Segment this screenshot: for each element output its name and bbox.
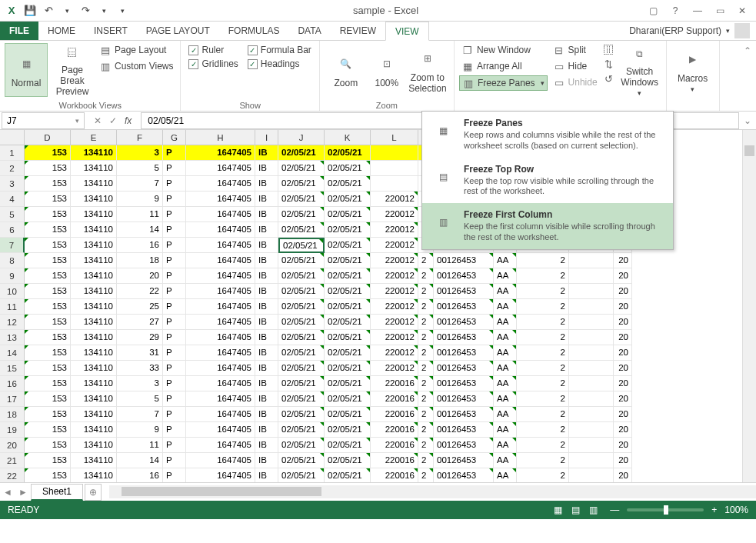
cell-J16[interactable]: 02/05/21 xyxy=(278,376,325,391)
cell-N13[interactable]: 00126453 xyxy=(434,330,494,345)
cell-O16[interactable]: AA xyxy=(494,376,517,391)
cell-E1[interactable]: 134110 xyxy=(71,145,117,161)
zoom-in-icon[interactable]: + xyxy=(711,505,717,515)
cell-K3[interactable]: 02/05/21 xyxy=(325,176,371,192)
cell-J14[interactable]: 02/05/21 xyxy=(278,345,325,361)
cell-Q20[interactable] xyxy=(569,438,614,453)
cell-L9[interactable]: 220012 xyxy=(371,268,418,284)
cell-J13[interactable]: 02/05/21 xyxy=(278,330,325,345)
cell-J20[interactable]: 02/05/21 xyxy=(278,438,325,453)
cell-I18[interactable]: IB xyxy=(255,407,278,422)
cell-I12[interactable]: IB xyxy=(255,315,278,330)
cell-J1[interactable]: 02/05/21 xyxy=(278,145,325,161)
freeze-first-column-option[interactable]: ▥ Freeze First Column Keep the first col… xyxy=(422,203,673,249)
cell-F20[interactable]: 11 xyxy=(117,438,163,453)
cell-H18[interactable]: 1647405 xyxy=(186,407,255,422)
cell-H5[interactable]: 1647405 xyxy=(186,207,255,222)
tab-data[interactable]: DATA xyxy=(288,22,330,40)
cell-I15[interactable]: IB xyxy=(255,361,278,376)
cell-M19[interactable]: 2 xyxy=(418,422,434,438)
cell-J22[interactable]: 02/05/21 xyxy=(278,468,325,482)
cell-R9[interactable]: 20 xyxy=(614,268,632,284)
redo-dropdown-icon[interactable]: ▾ xyxy=(97,4,111,18)
cell-F14[interactable]: 31 xyxy=(117,345,163,361)
cell-L3[interactable] xyxy=(371,176,418,192)
cell-D20[interactable]: 153 xyxy=(25,438,71,453)
column-header-I[interactable]: I xyxy=(255,130,278,145)
cell-H10[interactable]: 1647405 xyxy=(186,284,255,299)
cell-I4[interactable]: IB xyxy=(255,192,278,207)
cell-N8[interactable]: 00126453 xyxy=(434,253,494,268)
cell-N15[interactable]: 00126453 xyxy=(434,361,494,376)
cell-E7[interactable]: 134110 xyxy=(71,238,117,253)
cell-J18[interactable]: 02/05/21 xyxy=(278,407,325,422)
cell-F8[interactable]: 18 xyxy=(117,253,163,268)
vertical-scrollbar[interactable] xyxy=(742,130,756,482)
cell-J8[interactable]: 02/05/21 xyxy=(278,253,325,268)
cell-D17[interactable]: 153 xyxy=(25,391,71,407)
column-header-L[interactable]: L xyxy=(371,130,418,145)
cell-H22[interactable]: 1647405 xyxy=(186,468,255,482)
cell-O11[interactable]: AA xyxy=(494,299,517,315)
cell-G13[interactable]: P xyxy=(163,330,186,345)
cell-M22[interactable]: 2 xyxy=(418,468,434,482)
cell-G16[interactable]: P xyxy=(163,376,186,391)
cell-O14[interactable]: AA xyxy=(494,345,517,361)
cell-G4[interactable]: P xyxy=(163,192,186,207)
cell-G12[interactable]: P xyxy=(163,315,186,330)
cell-I5[interactable]: IB xyxy=(255,207,278,222)
cell-O22[interactable]: AA xyxy=(494,468,517,482)
row-header-17[interactable]: 17 xyxy=(0,391,25,407)
cell-Q15[interactable] xyxy=(569,361,614,376)
cell-G18[interactable]: P xyxy=(163,407,186,422)
cell-E10[interactable]: 134110 xyxy=(71,284,117,299)
cell-H17[interactable]: 1647405 xyxy=(186,391,255,407)
ribbon-options-icon[interactable]: ▢ xyxy=(642,3,664,18)
cell-J15[interactable]: 02/05/21 xyxy=(278,361,325,376)
cell-J6[interactable]: 02/05/21 xyxy=(278,222,325,238)
cell-Q14[interactable] xyxy=(569,345,614,361)
tab-file[interactable]: FILE xyxy=(0,22,38,40)
tab-insert[interactable]: INSERT xyxy=(85,22,137,40)
cell-G9[interactable]: P xyxy=(163,268,186,284)
cell-F22[interactable]: 16 xyxy=(117,468,163,482)
cell-L7[interactable]: 220012 xyxy=(371,238,418,253)
formula-bar-checkbox[interactable]: ✓Formula Bar xyxy=(248,45,311,55)
cell-G10[interactable]: P xyxy=(163,284,186,299)
cell-D5[interactable]: 153 xyxy=(25,207,71,222)
cell-P11[interactable]: 2 xyxy=(517,299,569,315)
cell-E14[interactable]: 134110 xyxy=(71,345,117,361)
row-header-10[interactable]: 10 xyxy=(0,284,25,299)
cell-K20[interactable]: 02/05/21 xyxy=(325,438,371,453)
cell-R12[interactable]: 20 xyxy=(614,315,632,330)
cell-I1[interactable]: IB xyxy=(255,145,278,161)
cell-E12[interactable]: 134110 xyxy=(71,315,117,330)
cell-I22[interactable]: IB xyxy=(255,468,278,482)
cell-L4[interactable]: 220012 xyxy=(371,192,418,207)
cell-O15[interactable]: AA xyxy=(494,361,517,376)
cell-R15[interactable]: 20 xyxy=(614,361,632,376)
column-header-D[interactable]: D xyxy=(25,130,71,145)
cell-L20[interactable]: 220016 xyxy=(371,438,418,453)
cell-M17[interactable]: 2 xyxy=(418,391,434,407)
cell-E19[interactable]: 134110 xyxy=(71,422,117,438)
cell-I11[interactable]: IB xyxy=(255,299,278,315)
cell-F2[interactable]: 5 xyxy=(117,161,163,176)
hide-button[interactable]: ▭Hide xyxy=(551,59,600,73)
cell-P16[interactable]: 2 xyxy=(517,376,569,391)
cell-R13[interactable]: 20 xyxy=(614,330,632,345)
cell-H8[interactable]: 1647405 xyxy=(186,253,255,268)
cell-G5[interactable]: P xyxy=(163,207,186,222)
cell-K7[interactable]: 02/05/21 xyxy=(325,238,371,253)
cell-O20[interactable]: AA xyxy=(494,438,517,453)
cell-Q11[interactable] xyxy=(569,299,614,315)
tab-page-layout[interactable]: PAGE LAYOUT xyxy=(137,22,219,40)
ruler-checkbox[interactable]: ✓Ruler xyxy=(188,45,238,55)
cell-I13[interactable]: IB xyxy=(255,330,278,345)
cell-R19[interactable]: 20 xyxy=(614,422,632,438)
cell-G2[interactable]: P xyxy=(163,161,186,176)
cell-I7[interactable]: IB xyxy=(255,238,278,253)
cell-F12[interactable]: 27 xyxy=(117,315,163,330)
cell-P18[interactable]: 2 xyxy=(517,407,569,422)
cell-L5[interactable]: 220012 xyxy=(371,207,418,222)
